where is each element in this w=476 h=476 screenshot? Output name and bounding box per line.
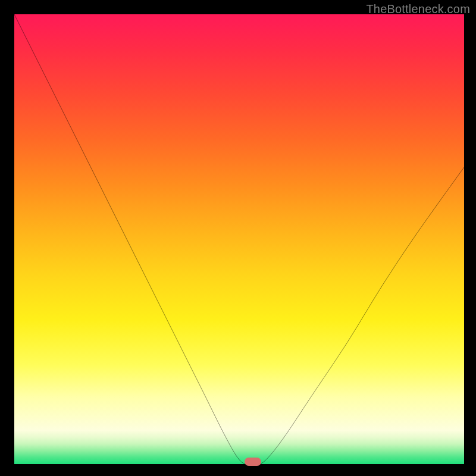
curve-path (14, 14, 464, 464)
watermark-label: TheBottleneck.com (366, 2, 470, 16)
bottleneck-curve (14, 14, 464, 464)
plot-area (14, 14, 464, 464)
optimum-marker (245, 458, 261, 466)
chart-frame: TheBottleneck.com (0, 0, 476, 476)
